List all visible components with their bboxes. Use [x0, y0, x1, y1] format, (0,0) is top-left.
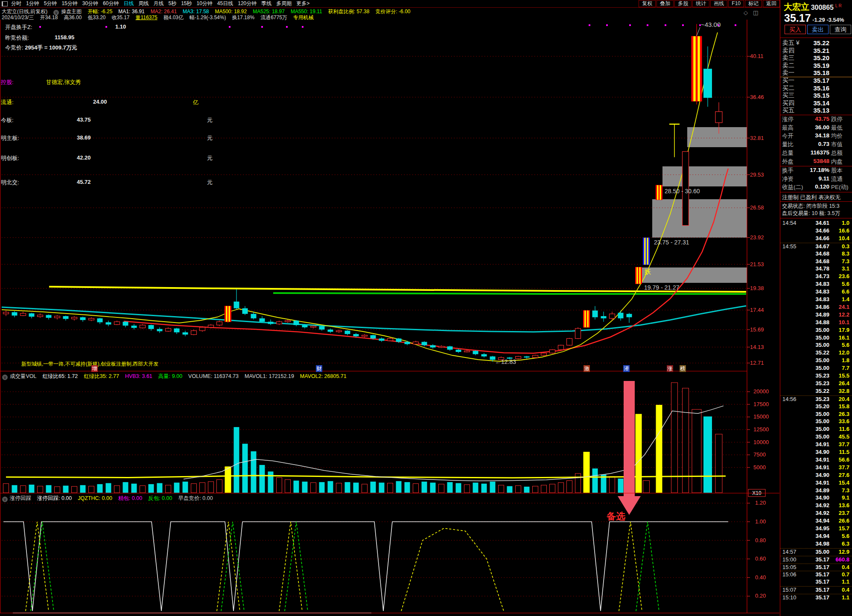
tool-button-多股[interactable]: 多股: [674, 0, 692, 7]
header-field: 涨停回踩: [10, 495, 31, 501]
tool-button-标记[interactable]: 标记: [745, 0, 762, 7]
concept-tags-text: 新型城镇,一带一路,不可减持(新规),创业板注册制,西部大开发: [21, 360, 158, 368]
stock-name-row: 大宏立 300865 L R: [784, 1, 842, 13]
tool-button-返回[interactable]: 返回: [763, 0, 780, 7]
candle-body: [388, 339, 393, 341]
volume-bar: [636, 414, 642, 493]
volume-bar: [294, 481, 299, 493]
candle-body: [703, 69, 712, 98]
chart-canvas: 40.1136.4632.8129.5326.5823.9221.5319.38…: [0, 0, 852, 616]
price-axis-label: 14.13: [750, 344, 764, 350]
trade-status-row: 交易状态: 闭市阶段 15:3: [782, 203, 840, 210]
stat-row: 今开34.18均价: [780, 132, 852, 141]
indicator-line-yellow: [401, 528, 504, 611]
period-tab-周线[interactable]: 周线: [138, 0, 149, 7]
split-view-icon[interactable]: ◫: [753, 9, 758, 16]
sell-button[interactable]: 卖出: [807, 25, 829, 34]
prev-auction-row: 昨竞价额: 1158.95: [5, 34, 29, 42]
period-tab-1分钟[interactable]: 1分钟: [26, 0, 39, 7]
candle-body: [584, 311, 590, 327]
header-field: 幅-1.29(-3.54%): [190, 15, 226, 20]
indicator-line-yellow: [279, 522, 302, 611]
period-tab-30分钟[interactable]: 30分钟: [82, 0, 98, 7]
collapse-icon[interactable]: v: [2, 497, 8, 502]
period-tab-多周期[interactable]: 多周期: [276, 0, 292, 7]
stat-value: 0.120: [780, 183, 829, 190]
volume-bar: [242, 444, 248, 493]
bse-label: 明北交:: [1, 179, 19, 186]
candle-stripe: [644, 238, 645, 264]
candle-body: [439, 346, 444, 348]
book-row: 买一35.17: [780, 77, 852, 84]
tick-row: 34.9011.5: [780, 449, 852, 456]
period-tab-45日线[interactable]: 45日线: [217, 0, 233, 7]
candle-body: [692, 36, 702, 101]
event-badge-财[interactable]: 财: [316, 365, 322, 372]
stat-label-2: 最低: [831, 124, 843, 132]
tick-volume: 20.4: [780, 396, 849, 402]
period-tab-分时[interactable]: 分时: [11, 0, 21, 7]
stat-label-2: 流通: [831, 175, 843, 183]
period-tab-日线[interactable]: 日线: [123, 0, 134, 7]
indicator-line-yellow: [217, 522, 240, 611]
period-tab-60分钟[interactable]: 60分钟: [103, 0, 119, 7]
candle-body: [217, 322, 222, 325]
candle-body: [715, 112, 722, 123]
tool-button-画线[interactable]: 画线: [710, 0, 727, 7]
candle-body: [55, 316, 60, 318]
event-badge-增[interactable]: 增: [91, 365, 98, 372]
candle-body: [234, 302, 239, 308]
period-tab-15分钟[interactable]: 15分钟: [61, 0, 77, 7]
candle-body: [533, 355, 538, 357]
marker-dot: [39, 26, 41, 28]
period-tab-10分钟[interactable]: 10分钟: [197, 0, 213, 7]
tool-button-叠加[interactable]: 叠加: [657, 0, 674, 7]
volume-bar: [499, 485, 504, 493]
price-axis-label: 21.53: [750, 261, 764, 267]
period-tab-更多>[interactable]: 更多>: [296, 0, 309, 7]
period-tab-5秒[interactable]: 5秒: [168, 0, 176, 7]
collapse-icon[interactable]: v: [2, 375, 8, 380]
marker-dot: [302, 26, 303, 28]
header-field: VOLUME: 116374.73: [188, 373, 239, 379]
indicator-line-yellow: [619, 522, 642, 611]
buy-button[interactable]: 买入: [785, 25, 806, 34]
tick-volume: 56.6: [780, 456, 849, 463]
period-tab-120分钟[interactable]: 120分钟: [238, 0, 257, 7]
tick-volume: 5.6: [780, 281, 849, 287]
window-icon[interactable]: [2, 1, 8, 6]
tick-row: 34.9223.7: [780, 510, 852, 517]
stat-value: 36.00: [780, 124, 829, 131]
query-button[interactable]: 查询: [830, 25, 851, 34]
candle-body: [567, 339, 572, 346]
bse-unit: 元: [207, 179, 213, 186]
volume-bar: [618, 479, 624, 493]
tick-volume: 660.8: [780, 556, 849, 563]
price-axis-label: 26.58: [750, 204, 764, 211]
event-badge-榜[interactable]: 榜: [680, 365, 686, 372]
book-row: 买二35.16: [780, 84, 852, 92]
tool-button-F10[interactable]: F10: [728, 0, 744, 7]
period-tab-5分钟[interactable]: 5分钟: [44, 0, 57, 7]
indicator-axis-label: 0.40: [755, 574, 766, 581]
candle-body: [89, 318, 94, 320]
period-tab-月线[interactable]: 月线: [153, 0, 163, 7]
volume-bar: [550, 484, 555, 493]
event-badge-激[interactable]: 激: [584, 365, 590, 372]
event-badge-涨[interactable]: 涨: [667, 365, 673, 372]
tool-button-复权[interactable]: 复权: [639, 0, 656, 7]
tick-volume: 0.3: [780, 243, 849, 250]
diamond-icon[interactable]: ◇: [744, 9, 748, 16]
candle-body: [80, 317, 86, 320]
tick-volume: 45.5: [780, 433, 849, 440]
header-field: 收35.17: [112, 15, 130, 20]
period-tab-15秒[interactable]: 15秒: [181, 0, 192, 7]
volume-bar: [225, 466, 231, 493]
period-tab-季线[interactable]: 季线: [261, 0, 271, 7]
volume-bar: [405, 482, 410, 493]
event-badge-潜[interactable]: 潜: [623, 365, 630, 372]
candle-body: [592, 311, 598, 317]
tool-button-统计[interactable]: 统计: [692, 0, 709, 7]
price-axis-label: 15.69: [750, 326, 764, 333]
float-unit: 亿: [193, 99, 198, 106]
